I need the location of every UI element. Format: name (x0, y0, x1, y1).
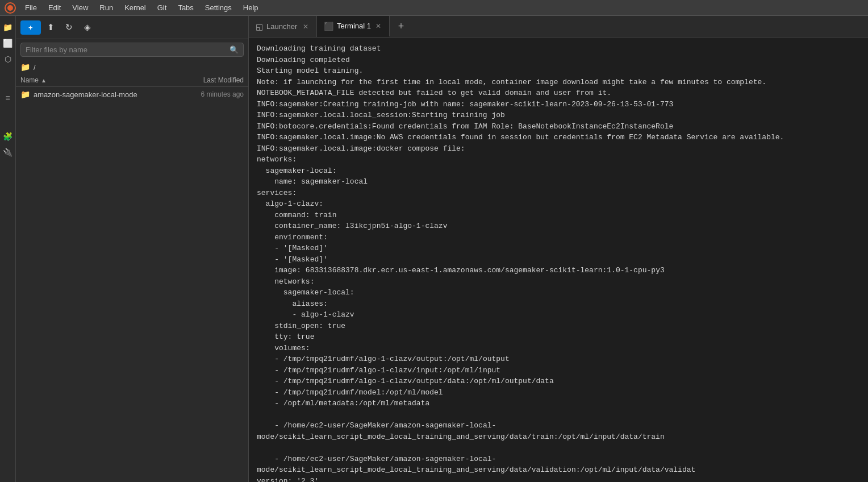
terminal-output[interactable]: Downloading training dataset Downloading… (249, 38, 868, 482)
terminal-line-20: - '[Masked]' (257, 255, 328, 264)
terminal-line-27: tty: true (257, 333, 314, 341)
plus-icon: + (28, 23, 33, 32)
upload-button[interactable]: ⬆ (43, 19, 59, 35)
terminal-line-31: - /tmp/tmpq21rudmf/algo-1-clazv/output/d… (257, 377, 554, 385)
terminal-line-2: Downloading completed (257, 56, 350, 64)
terminal-line-35: - /home/ec2-user/SageMaker/amazon-sagema… (257, 455, 695, 475)
terminal-line-13: name: sagemaker-local (257, 177, 368, 186)
terminal-line-24: aliases: (257, 300, 328, 308)
terminal-line-15: algo-1-clazv: (257, 200, 323, 208)
terminal-line-19: - '[Masked]' (257, 244, 328, 252)
terminal-tab-icon: ⬛ (324, 22, 333, 31)
col-name-label: Name (20, 76, 39, 84)
sidebar-running-icon[interactable]: ⬜ (1, 36, 15, 50)
terminal-line-25: - algo-1-clazv (257, 310, 354, 319)
terminal-tab-close[interactable]: ✕ (374, 21, 382, 31)
app-logo (5, 2, 16, 14)
terminal-line-8: INFO:botocore.credentials:Found credenti… (257, 122, 673, 131)
terminal-line-9: INFO:sagemaker.local.image:No AWS creden… (257, 133, 784, 142)
new-button[interactable]: + (20, 20, 41, 35)
file-toolbar: + ⬆ ↻ ◈ (16, 16, 248, 39)
terminal-line-7: INFO:sagemaker.local.local_session:Start… (257, 111, 505, 119)
folder-icon: 📁 (20, 63, 30, 72)
terminal-line-21: image: 683313688378.dkr.ecr.us-east-1.am… (257, 266, 665, 275)
terminal-line-10: INFO:sagemaker.local.image:docker compos… (257, 144, 465, 153)
terminal-line-12: sagemaker-local: (257, 167, 336, 175)
file-panel: + ⬆ ↻ ◈ 🔍 📁 / Name ▲ (16, 16, 249, 482)
menu-settings[interactable]: Settings (201, 2, 236, 13)
search-icon: 🔍 (229, 45, 239, 54)
menu-run[interactable]: Run (95, 2, 118, 13)
file-item-modified: 6 minutes ago (176, 90, 244, 98)
menu-edit[interactable]: Edit (44, 2, 65, 13)
menubar: File Edit View Run Kernel Git Tabs Setti… (0, 0, 868, 16)
terminal-line-29: - /tmp/tmpq21rudmf/algo-1-clazv/output:/… (257, 355, 510, 363)
terminal-line-36: version: '2.3' (257, 477, 319, 483)
terminal-line-11: networks: (257, 155, 297, 164)
folder-item-icon: 📁 (20, 90, 30, 99)
menu-file[interactable]: File (20, 2, 41, 13)
menu-help[interactable]: Help (239, 2, 263, 13)
search-input[interactable] (26, 45, 229, 54)
terminal-line-23: sagemaker-local: (257, 288, 354, 297)
clear-icon: ◈ (84, 22, 91, 32)
terminal-line-5: NOTEBOOK_METADATA_FILE detected but fail… (257, 89, 611, 97)
terminal-line-14: services: (257, 189, 297, 197)
sidebar-extensions-icon[interactable]: 🧩 (1, 130, 15, 143)
sidebar-git-icon[interactable]: ⬡ (1, 52, 15, 66)
main-layout: 📁 ⬜ ⬡ ≡ 🧩 🔌 + ⬆ ↻ ◈ 🔍 (0, 16, 868, 482)
tab-terminal1[interactable]: ⬛ Terminal 1 ✕ (317, 16, 390, 37)
launcher-tab-close[interactable]: ✕ (302, 22, 310, 32)
terminal-line-18: environment: (257, 233, 328, 242)
file-list: 📁 amazon-sagemaker-local-mode 6 minutes … (16, 87, 248, 482)
refresh-button[interactable]: ↻ (61, 19, 77, 35)
terminal-line-4: Note: if launching for the first time in… (257, 78, 766, 86)
menu-git[interactable]: Git (153, 2, 172, 13)
terminal-line-32: - /tmp/tmpq21rudmf/model:/opt/ml/model (257, 388, 443, 397)
menu-tabs[interactable]: Tabs (173, 2, 198, 13)
terminal-line-26: stdin_open: true (257, 322, 345, 330)
terminal-line-1: Downloading training dataset (257, 44, 381, 53)
tab-add-button[interactable]: + (392, 18, 410, 36)
menu-kernel[interactable]: Kernel (120, 2, 151, 13)
upload-icon: ⬆ (47, 22, 55, 32)
breadcrumb-path: / (34, 63, 36, 72)
search-bar: 🔍 (20, 43, 244, 57)
content-area: ◱ Launcher ✕ ⬛ Terminal 1 ✕ + Downloadin… (249, 16, 868, 482)
terminal-line-30: - /tmp/tmpq21rudmf/algo-1-clazv/input:/o… (257, 366, 500, 375)
terminal-line-34: - /home/ec2-user/SageMaker/amazon-sagema… (257, 421, 665, 441)
col-name-header[interactable]: Name ▲ (20, 76, 176, 84)
terminal-line-17: container_name: l3ikcjpn5i-algo-1-clazv (257, 222, 447, 230)
menu-view[interactable]: View (68, 2, 93, 13)
terminal-line-28: volumes: (257, 344, 310, 352)
file-item[interactable]: 📁 amazon-sagemaker-local-mode 6 minutes … (16, 87, 248, 102)
tab-launcher[interactable]: ◱ Launcher ✕ (249, 16, 317, 37)
breadcrumb: 📁 / (16, 60, 248, 74)
svg-point-1 (7, 5, 13, 11)
terminal-line-33: - /opt/ml/metadata:/opt/ml/metadata (257, 399, 429, 408)
sidebar-files-icon[interactable]: 📁 (1, 20, 15, 34)
launcher-tab-icon: ◱ (256, 22, 263, 31)
clear-button[interactable]: ◈ (80, 19, 95, 35)
terminal-line-22: networks: (257, 277, 314, 286)
terminal-line-3: Starting model training. (257, 67, 363, 75)
refresh-icon: ↻ (65, 22, 73, 32)
file-item-name: amazon-sagemaker-local-mode (34, 90, 176, 99)
col-modified-header: Last Modified (176, 76, 244, 84)
sidebar-list-icon[interactable]: ≡ (1, 91, 15, 105)
terminal-line-6: INFO:sagemaker:Creating training-job wit… (257, 100, 673, 109)
terminal-tab-label: Terminal 1 (337, 22, 371, 30)
icon-sidebar: 📁 ⬜ ⬡ ≡ 🧩 🔌 (0, 16, 16, 482)
file-list-header: Name ▲ Last Modified (16, 74, 248, 87)
tab-bar: ◱ Launcher ✕ ⬛ Terminal 1 ✕ + (249, 16, 868, 38)
launcher-tab-label: Launcher (266, 22, 297, 31)
sidebar-puzzle-icon[interactable]: 🔌 (1, 146, 15, 159)
terminal-line-16: command: train (257, 211, 336, 219)
sort-arrow-icon: ▲ (41, 77, 47, 84)
